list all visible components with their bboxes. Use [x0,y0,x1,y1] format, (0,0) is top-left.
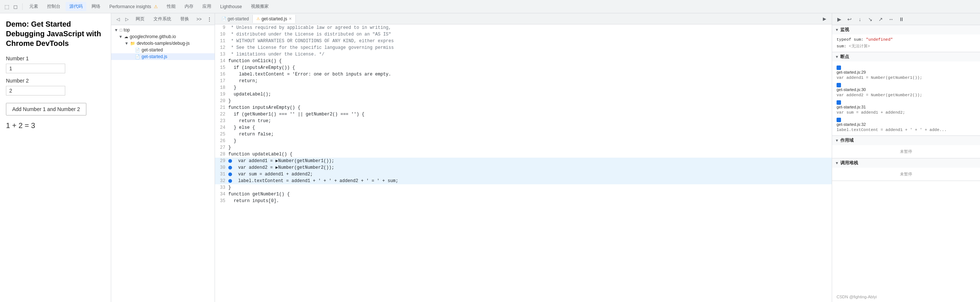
callstack-header[interactable]: ▼ 调用堆栈 [832,158,980,168]
chevron-icon: ▼ [835,28,839,32]
number2-input[interactable] [6,86,65,95]
back-icon[interactable]: ◁ [114,16,122,23]
deactivate-icon[interactable]: ↔ [887,15,895,23]
footer-text: CSDN @fighting-Ablyi [832,292,980,302]
code-line-24[interactable]: 24 } else { [215,124,832,131]
code-line-10[interactable]: 10 * distributed under the License is di… [215,31,832,38]
box-icon[interactable]: ◻ [12,3,19,10]
add-button[interactable]: Add Number 1 and Number 2 [6,103,86,115]
code-line-35[interactable]: 35 return inputs[0]. [215,198,832,204]
tree-item-get-started[interactable]: 📄 get-started [111,47,215,53]
number1-input[interactable] [6,64,65,73]
code-line-30[interactable]: 30 var addend2 = ▶Number(getNumber2()); [215,164,832,171]
tab-elements[interactable]: 元素 [25,2,42,11]
code-line-22[interactable]: 22 if (getNumber1() === '' || getNumber2… [215,111,832,118]
tree-item-devtools[interactable]: ▼ 📁 devtools-samples/debug-js [111,40,215,47]
breakpoint-file: get-started.js:30 [837,87,975,92]
code-line-14[interactable]: 14function onClick() { [215,58,832,65]
run-icon[interactable]: ▶ [820,14,829,23]
code-line-19[interactable]: 19 updateLabel(); [215,91,832,98]
step-out-icon[interactable]: ↗ [877,15,885,23]
cursor-icon[interactable]: ⬚ [3,3,10,10]
breakpoint-item[interactable]: get-started.js:31var sum = addend1 + add… [837,98,975,116]
line-content: var addend2 = ▶Number(getNumber2()); [228,164,832,171]
file-icon: 📄 [135,48,140,52]
tab-application[interactable]: 应用 [199,2,215,11]
tree-item-get-started-js[interactable]: 📄 get-started.js [111,53,215,60]
watch-item-1: typeof sum: "undefined" [837,36,975,43]
scope-header[interactable]: ▼ 作用域 [832,136,980,145]
resume-icon[interactable]: ▶ [835,15,843,23]
editor-tab-label-2: get-started.js [261,16,287,22]
line-number: 19 [215,91,228,98]
line-content: } [228,138,832,144]
code-line-13[interactable]: 13 * limitations under the License. */ [215,51,832,58]
tab-console[interactable]: 控制台 [43,2,64,11]
code-line-11[interactable]: 11 * WITHOUT WARRANTIES OR CONDITIONS OF… [215,38,832,44]
tab-video[interactable]: 视频搬家 [247,2,272,11]
line-content: return inputs[0]. [228,198,832,204]
line-number: 20 [215,98,228,104]
line-number: 25 [215,131,228,138]
chevron-icon: ▼ [835,138,839,142]
code-line-17[interactable]: 17 return; [215,78,832,84]
code-line-25[interactable]: 25 return false; [215,131,832,138]
tab-lighthouse[interactable]: Lighthouse [216,3,246,11]
code-line-23[interactable]: 23 return true; [215,118,832,124]
pause-exceptions-icon[interactable]: ⏸ [897,15,905,23]
step-over-icon[interactable]: ↓ [856,15,864,23]
editor-tab-get-started-js[interactable]: ⚠ get-started.js ✕ [253,15,296,23]
forward-icon[interactable]: ▷ [123,16,130,23]
more-options-icon[interactable]: ⋮ [207,17,212,22]
breakpoint-item[interactable]: get-started.js:32label.textContent = add… [837,116,975,133]
step-back-icon[interactable]: ↩ [845,15,854,23]
code-line-26[interactable]: 26 } [215,138,832,144]
tree-item-github[interactable]: ▼ ☁ googlechrome.github.io [111,33,215,40]
spacer [130,48,134,52]
breakpoint-item[interactable]: get-started.js:30var addend2 = Number(ge… [837,81,975,98]
file-panel: ◁ ▷ 网页 文件系统 替换 >> ⋮ ▼ □ top ▼ ☁ googlech… [111,13,215,302]
tab-performance-insights[interactable]: Performance insights ⚠ [106,3,162,11]
tab-webpage[interactable]: 网页 [132,15,148,23]
breakpoint-code: var addend2 = Number(getNumber2()); [837,93,922,97]
code-line-34[interactable]: 34function getNumber1() { [215,191,832,198]
more-tabs-icon[interactable]: >> [194,16,204,22]
code-line-15[interactable]: 15 if (inputsAreEmpty()) { [215,65,832,71]
watch-title: 监视 [840,27,849,33]
editor-tab-label-1: get-started [228,16,249,22]
code-line-9[interactable]: 9 * Unless required by applicable law or… [215,24,832,31]
tab-overrides[interactable]: 替换 [177,15,193,23]
tab-filesystem[interactable]: 文件系统 [150,15,175,23]
code-line-12[interactable]: 12 * See the License for the specific la… [215,44,832,51]
watch-val-2: <无法计算> [849,44,870,49]
code-line-29[interactable]: 29 var addend1 = ▶Number(getNumber1()); [215,158,832,164]
tab-network[interactable]: 网络 [88,2,104,11]
code-line-27[interactable]: 27} [215,144,832,151]
tree-item-top[interactable]: ▼ □ top [111,27,215,33]
line-number: 29 [215,158,228,164]
callstack-content: 未暂停 [832,168,980,180]
code-line-28[interactable]: 28function updateLabel() { [215,151,832,158]
line-content: return; [228,78,832,84]
watch-header[interactable]: ▼ 监视 [832,25,980,35]
line-content: * See the License for the specific langu… [228,44,832,51]
code-line-31[interactable]: 31 var sum = addend1 + addend2; [215,171,832,178]
tab-sources[interactable]: 源代码 [65,2,86,11]
tab-memory[interactable]: 内存 [181,2,197,11]
file-tree: ▼ □ top ▼ ☁ googlechrome.github.io ▼ 📁 d… [111,25,215,62]
breakpoint-item[interactable]: get-started.js:29var addend1 = Number(ge… [837,64,975,81]
editor-area: 📄 get-started ⚠ get-started.js ✕ ▶ 9 * U… [215,13,832,302]
editor-tab-get-started[interactable]: 📄 get-started [218,15,253,23]
code-line-16[interactable]: 16 label.textContent = 'Error: one or bo… [215,71,832,78]
code-line-18[interactable]: 18 } [215,84,832,91]
close-tab-icon[interactable]: ✕ [289,17,292,21]
chevron-down-icon: ▼ [114,28,118,32]
code-line-21[interactable]: 21function inputsAreEmpty() { [215,104,832,111]
step-into-icon[interactable]: ↘ [866,15,874,23]
breakpoints-header[interactable]: ▼ 断点 [832,52,980,62]
code-area[interactable]: 9 * Unless required by applicable law or… [215,24,832,302]
code-line-20[interactable]: 20} [215,98,832,104]
code-line-32[interactable]: 32 label.textContent = addend1 + ' + ' +… [215,178,832,184]
code-line-33[interactable]: 33} [215,184,832,191]
tab-performance[interactable]: 性能 [163,2,180,11]
